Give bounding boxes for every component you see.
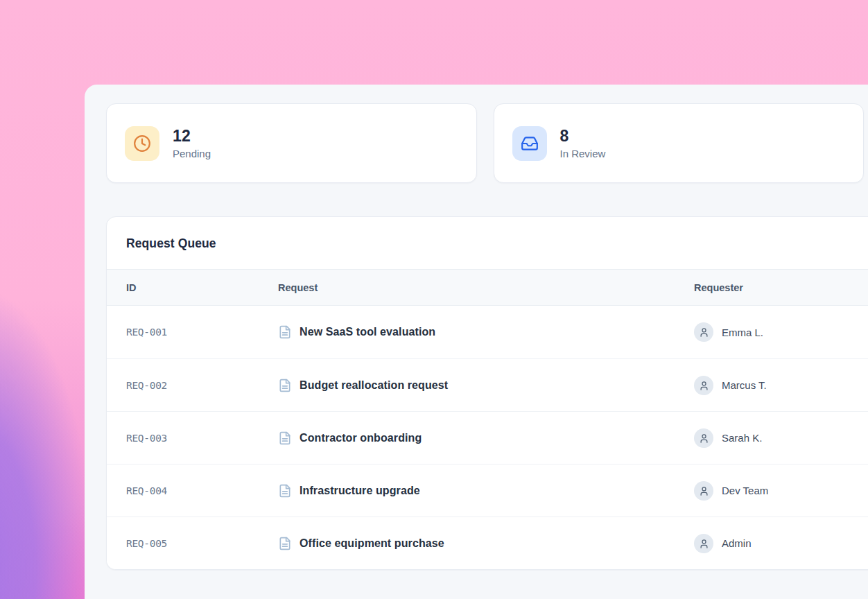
requester-name: Sarah K. [722,432,762,444]
table-body: REQ-001 New SaaS tool evaluation Emma L. [107,306,868,569]
request-title: Contractor onboarding [300,432,422,444]
column-header-request: Request [278,282,694,293]
file-text-icon [278,484,292,498]
user-avatar-icon [694,428,713,448]
column-header-id: ID [126,282,278,293]
file-text-icon [278,537,292,550]
in-review-label: In Review [560,148,606,159]
file-text-icon [278,431,292,445]
requester-name: Emma L. [722,327,763,338]
requester-name: Admin [722,537,752,549]
clock-icon [125,126,159,161]
user-avatar-icon [694,376,713,395]
request-title: New SaaS tool evaluation [300,326,435,338]
stat-card-pending: 12 Pending [106,103,477,183]
table-header-row: ID Request Requester [107,269,868,306]
request-id: REQ-004 [126,485,278,496]
pending-label: Pending [173,148,211,159]
file-text-icon [278,325,292,339]
table-row[interactable]: REQ-005 Office equipment purchase Admin [107,516,868,569]
request-id: REQ-003 [126,433,278,444]
table-row[interactable]: REQ-001 New SaaS tool evaluation Emma L. [107,306,868,358]
column-header-requester: Requester [694,282,868,293]
request-id: REQ-002 [126,380,278,391]
requester-name: Marcus T. [722,379,767,391]
request-title: Budget reallocation request [300,379,448,392]
requester-name: Dev Team [722,485,768,496]
inbox-icon [512,126,547,161]
request-id: REQ-005 [126,538,278,549]
table-row[interactable]: REQ-002 Budget reallocation request Marc… [107,358,868,411]
table-title: Request Queue [126,236,868,251]
user-avatar-icon [694,322,713,342]
table-row[interactable]: REQ-003 Contractor onboarding Sarah K. [107,411,868,464]
user-avatar-icon [694,534,713,553]
table-row[interactable]: REQ-004 Infrastructure upgrade Dev Team [107,464,868,516]
pending-count: 12 [173,127,211,145]
in-review-count: 8 [560,127,606,145]
request-title: Infrastructure upgrade [300,485,420,497]
request-title: Office equipment purchase [300,537,444,550]
request-queue-card: Request Queue ID Request Requester REQ-0… [106,216,868,570]
stat-card-in-review: 8 In Review [494,103,865,183]
request-id: REQ-001 [126,327,278,338]
content-panel: 12 Pending 8 In Review Request Queue ID … [85,85,868,599]
stats-row: 12 Pending 8 In Review [106,103,864,183]
user-avatar-icon [694,481,713,501]
file-text-icon [278,379,292,392]
